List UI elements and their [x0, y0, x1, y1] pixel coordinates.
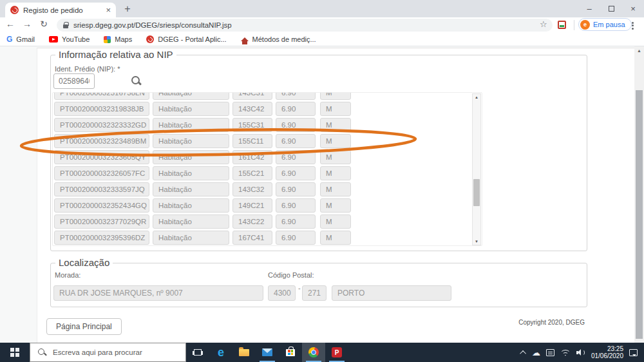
table-cell: M — [320, 231, 351, 245]
wifi-icon[interactable] — [560, 349, 571, 356]
table-cell: 6.90 — [276, 231, 316, 245]
table-cell: M — [320, 134, 351, 148]
table-cell: PT0002000032323332GD — [54, 118, 149, 132]
reload-button[interactable]: ↻ — [37, 19, 50, 29]
cp-code-field: 4300 — [268, 285, 296, 301]
table-row-circled[interactable]: PT0002000032323489BMHabitação155C116.90M — [54, 134, 482, 148]
table-cell: 6.90 — [276, 92, 316, 100]
browser-toolbar: ← → ↻ sriesp.dgeg.gov.pt/DGEG/sriesp/con… — [0, 17, 644, 33]
table-cell: M — [320, 166, 351, 180]
file-explorer-button[interactable] — [232, 343, 256, 362]
morada-field: RUA DR JOSE MARQUES, nº 9007 — [53, 285, 263, 301]
taskbar-search-icon — [38, 348, 46, 357]
google-g-icon: G — [6, 35, 12, 44]
table-cell: 161C42 — [232, 150, 272, 164]
taskbar-search[interactable] — [30, 343, 186, 362]
bookmark-dgeg-portal[interactable]: DGEG - Portal Aplic... — [146, 35, 226, 43]
table-cell: PT0002000032326057FC — [54, 166, 149, 180]
menu-kebab-icon[interactable] — [632, 21, 634, 30]
task-view-button[interactable] — [186, 343, 209, 362]
action-center-icon[interactable] — [629, 349, 638, 356]
page-scrollbar[interactable]: ▲ — [634, 46, 644, 343]
volume-icon[interactable] — [576, 348, 585, 356]
store-button[interactable] — [279, 343, 302, 362]
nip-input[interactable] — [53, 73, 95, 89]
start-button[interactable] — [0, 343, 30, 362]
keyboard-ime-icon[interactable] — [546, 349, 554, 356]
bookmark-youtube[interactable]: YouTube — [49, 35, 90, 43]
table-row[interactable]: PT0002000032316738LNHabitação143C316.90M — [54, 92, 482, 100]
taskbar-search-input[interactable] — [53, 348, 169, 356]
scroll-down-icon[interactable]: ▼ — [473, 240, 480, 243]
url-text[interactable]: sriesp.dgeg.gov.pt/DGEG/sriesp/consultaN… — [73, 21, 232, 29]
tab-close-icon[interactable]: × — [106, 5, 111, 15]
maximize-button[interactable] — [600, 0, 622, 17]
home-page-button[interactable]: Página Principal — [46, 318, 122, 335]
bookmark-star-icon[interactable]: ☆ — [540, 19, 547, 29]
table-cell: 6.90 — [276, 214, 316, 229]
table-scrollbar-thumb[interactable] — [473, 179, 480, 206]
recorder-icon: P — [332, 347, 342, 357]
recorder-app-button[interactable]: P — [325, 343, 348, 362]
table-scrollbar[interactable]: ▲ ▼ — [472, 93, 481, 245]
store-icon — [286, 349, 295, 356]
table-cell: 6.90 — [276, 198, 316, 213]
back-button[interactable]: ← — [4, 19, 17, 29]
table-row[interactable]: PT0002000032333597JQHabitação143C326.90M — [54, 182, 482, 196]
table-row[interactable]: PT0002000032395396DZHabitação167C416.90M — [54, 231, 482, 245]
table-cell: 6.90 — [276, 182, 316, 196]
codigo-postal-label: Código Postal: — [268, 271, 314, 279]
chrome-button[interactable] — [302, 343, 325, 362]
edge-icon: e — [218, 347, 224, 358]
table-cell: Habitação — [153, 182, 229, 196]
table-cell: M — [320, 214, 351, 229]
close-button[interactable]: × — [622, 0, 644, 17]
minimize-button[interactable]: – — [578, 0, 600, 17]
table-row[interactable]: PT0002000032323332GDHabitação155C316.90M — [54, 118, 482, 132]
table-cell: 143C22 — [232, 214, 272, 229]
maps-icon — [104, 36, 111, 43]
table-cell: 6.90 — [276, 102, 316, 116]
table-cell: Habitação — [153, 118, 229, 132]
table-row[interactable]: PT0002000032323605QYHabitação161C426.90M — [54, 150, 482, 164]
browser-tab[interactable]: Registo de pedido × — [5, 3, 116, 17]
tab-bar: Registo de pedido × + – × — [0, 0, 644, 17]
search-magnifier-icon[interactable] — [131, 76, 142, 86]
bookmarks-bar: G Gmail YouTube Maps DGEG - Portal Aplic… — [0, 33, 644, 46]
bookmark-maps[interactable]: Maps — [104, 35, 132, 43]
nip-field-label: Ident. Prédio (NIP): * — [55, 65, 120, 73]
forward-button[interactable]: → — [21, 19, 33, 29]
scroll-up-icon[interactable]: ▲ — [473, 95, 480, 99]
toolbar-separator — [574, 20, 574, 30]
taskbar-clock[interactable]: 23:25 01/06/2020 — [591, 345, 623, 360]
table-cell: PT0002000032323605QY — [54, 150, 149, 164]
morada-label: Morada: — [55, 271, 80, 279]
mail-button[interactable] — [256, 343, 279, 362]
bookmark-label: Métodos de mediç... — [252, 35, 316, 43]
table-cell: 6.90 — [276, 118, 316, 132]
address-bar[interactable]: sriesp.dgeg.gov.pt/DGEG/sriesp/consultaN… — [57, 19, 553, 32]
table-row[interactable]: PT0002000032352434GQHabitação149C216.90M — [54, 198, 482, 213]
page-scrollbar-thumb[interactable] — [636, 90, 643, 339]
extension-icon[interactable] — [558, 21, 566, 29]
table-row[interactable]: PT0002000032377029QRHabitação143C226.90M — [54, 214, 482, 229]
table-row[interactable]: PT0002000032319838JBHabitação143C426.90M — [54, 102, 482, 116]
house-icon — [241, 37, 249, 41]
fieldset-nip: Informação relativa ao NIP Ident. Prédio… — [50, 55, 587, 251]
table-cell: Habitação — [153, 166, 229, 180]
onedrive-cloud-icon[interactable]: ☁ — [532, 348, 540, 357]
bookmark-metodos[interactable]: Métodos de mediç... — [241, 35, 316, 43]
table-cell: 143C42 — [232, 102, 272, 116]
table-cell: PT0002000032395396DZ — [54, 231, 149, 245]
fieldset-loc-legend: Localização — [55, 257, 113, 268]
page-scroll-up-icon[interactable]: ▲ — [634, 48, 644, 53]
paused-badge[interactable]: e Em pausa — [578, 18, 632, 31]
table-row[interactable]: PT0002000032326057FCHabitação155C216.90M — [54, 166, 482, 180]
fieldset-localizacao: Localização Morada: RUA DR JOSE MARQUES,… — [50, 263, 587, 307]
bookmark-gmail[interactable]: G Gmail — [6, 35, 35, 44]
tray-chevron-icon[interactable] — [520, 350, 526, 356]
table-cell: Habitação — [153, 102, 229, 116]
edge-button[interactable]: e — [209, 343, 232, 362]
new-tab-button[interactable]: + — [121, 3, 134, 15]
table-cell: M — [320, 118, 351, 132]
